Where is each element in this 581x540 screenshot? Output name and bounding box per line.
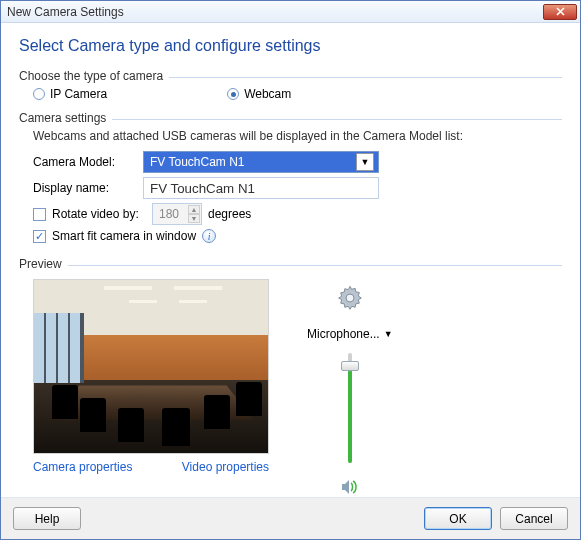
radio-webcam[interactable]: Webcam <box>227 87 291 101</box>
spinner-up-icon: ▲ <box>188 205 200 214</box>
chevron-down-icon: ▼ <box>384 329 393 339</box>
close-icon <box>556 7 565 16</box>
camera-preview-image <box>33 279 269 454</box>
radio-webcam-label: Webcam <box>244 87 291 101</box>
dialog-window: New Camera Settings Select Camera type a… <box>0 0 581 540</box>
divider <box>169 77 562 78</box>
group-camera-type: Choose the type of camera IP Camera Webc… <box>19 69 562 105</box>
cancel-button[interactable]: Cancel <box>500 507 568 530</box>
titlebar: New Camera Settings <box>1 1 580 23</box>
slider-thumb[interactable] <box>341 361 359 371</box>
close-button[interactable] <box>543 4 577 20</box>
audio-column: Microphone... ▼ <box>307 279 393 497</box>
group-camera-settings-label: Camera settings <box>19 111 106 125</box>
display-name-input[interactable] <box>143 177 379 199</box>
microphone-label: Microphone... <box>307 327 380 341</box>
rotate-value: 180 <box>159 207 179 221</box>
radio-icon <box>33 88 45 100</box>
group-camera-settings: Camera settings Webcams and attached USB… <box>19 111 562 251</box>
help-button[interactable]: Help <box>13 507 81 530</box>
rotate-checkbox[interactable] <box>33 208 46 221</box>
settings-gear-button[interactable] <box>335 283 365 313</box>
radio-icon <box>227 88 239 100</box>
spinner-down-icon: ▼ <box>188 214 200 223</box>
window-title: New Camera Settings <box>7 5 124 19</box>
svg-point-1 <box>346 294 354 302</box>
smartfit-label: Smart fit camera in window <box>52 229 196 243</box>
radio-ip-label: IP Camera <box>50 87 107 101</box>
smartfit-checkbox[interactable]: ✓ <box>33 230 46 243</box>
page-title: Select Camera type and configure setting… <box>19 37 562 55</box>
divider <box>112 119 562 120</box>
ok-button[interactable]: OK <box>424 507 492 530</box>
chevron-down-icon: ▼ <box>356 153 374 171</box>
speaker-icon <box>341 479 359 495</box>
group-preview: Preview Camera properties <box>19 257 562 497</box>
camera-model-label: Camera Model: <box>33 155 133 169</box>
camera-properties-link[interactable]: Camera properties <box>33 460 132 474</box>
radio-ip-camera[interactable]: IP Camera <box>33 87 107 101</box>
gear-icon <box>336 284 364 312</box>
divider <box>68 265 562 266</box>
group-preview-label: Preview <box>19 257 62 271</box>
rotate-degrees-spinner[interactable]: 180 ▲ ▼ <box>152 203 202 225</box>
video-properties-link[interactable]: Video properties <box>182 460 269 474</box>
speaker-test-button[interactable] <box>341 479 359 497</box>
group-camera-type-label: Choose the type of camera <box>19 69 163 83</box>
camera-model-select[interactable]: FV TouchCam N1 ▼ <box>143 151 379 173</box>
settings-hint: Webcams and attached USB cameras will be… <box>33 129 562 143</box>
info-icon[interactable]: i <box>202 229 216 243</box>
microphone-select[interactable]: Microphone... ▼ <box>307 327 393 341</box>
rotate-label: Rotate video by: <box>52 207 146 221</box>
footer: Help OK Cancel <box>1 497 580 539</box>
camera-model-value: FV TouchCam N1 <box>150 155 244 169</box>
display-name-label: Display name: <box>33 181 133 195</box>
mic-volume-slider[interactable] <box>340 353 360 463</box>
rotate-unit: degrees <box>208 207 251 221</box>
content-area: Select Camera type and configure setting… <box>1 23 580 497</box>
